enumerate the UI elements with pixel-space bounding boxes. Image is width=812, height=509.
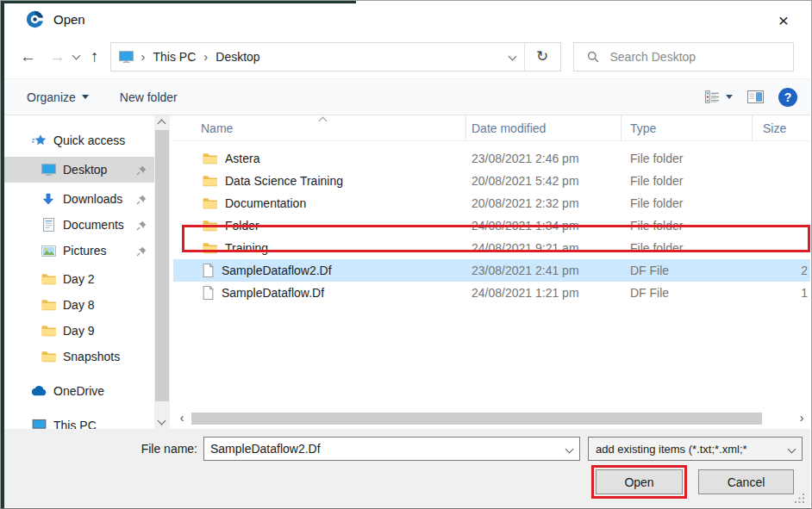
table-row-folder[interactable]: Folder 24/08/2021 1:34 pm File folder [173, 214, 810, 237]
computer-icon [31, 419, 47, 429]
table-row-astera[interactable]: Astera 23/08/2021 2:46 pm File folder [173, 147, 810, 170]
help-icon[interactable]: ? [778, 88, 797, 107]
scroll-left-icon[interactable]: ‹ [175, 412, 189, 425]
close-button[interactable]: × [767, 7, 800, 34]
views-button[interactable] [705, 90, 733, 103]
file-list: Name Date modified Type Size Astera 23/0… [173, 115, 810, 429]
breadcrumb-desktop[interactable]: Desktop [215, 50, 259, 64]
search-box[interactable]: Search Desktop [573, 42, 794, 71]
open-dialog: Open × ← → ↑ › This PC › Desktop ↻ [0, 0, 812, 509]
sidebar-item-label: Day 8 [63, 298, 95, 312]
sidebar-item-downloads[interactable]: Downloads [4, 186, 154, 212]
horizontal-scrollbar[interactable]: ‹ › [173, 412, 810, 425]
sidebar-item-label: Day 2 [63, 272, 95, 286]
pin-icon [136, 245, 147, 259]
file-date: 23/08/2021 2:41 pm [466, 264, 621, 277]
table-row-documentation[interactable]: Documentation 20/08/2021 2:32 pm File fo… [173, 192, 810, 214]
scroll-up-icon[interactable] [158, 120, 166, 128]
address-bar[interactable]: › This PC › Desktop ↻ [110, 42, 561, 71]
sidebar-item-label: Pictures [63, 244, 107, 258]
refresh-button[interactable]: ↻ [524, 43, 560, 71]
file-date: 24/08/2021 1:21 pm [466, 286, 621, 300]
file-date: 20/08/2021 5:42 pm [466, 174, 621, 188]
window-title: Open [53, 12, 85, 27]
folder-icon [203, 175, 217, 187]
file-date: 20/08/2021 2:32 pm [466, 196, 621, 210]
resize-grip[interactable] [794, 493, 805, 504]
sidebar-scrollbar[interactable] [154, 115, 170, 429]
forward-button[interactable]: → [49, 48, 66, 65]
open-button[interactable]: Open [596, 469, 683, 494]
file-name: Data Science Training [225, 174, 343, 188]
table-row-sampledataflow2-selected[interactable]: SampleDataflow2.Df 23/08/2021 2:41 pm DF… [173, 259, 810, 282]
file-type-dropdown[interactable]: add existing items (*.txt;*.xml;* [588, 437, 803, 461]
chevron-down-icon [726, 95, 733, 99]
organize-button[interactable]: Organize [27, 90, 89, 104]
list-view-icon [705, 90, 720, 103]
breadcrumb-separator: › [141, 49, 146, 64]
new-folder-button[interactable]: New folder [120, 90, 178, 104]
sidebar-item-pictures[interactable]: Pictures [4, 238, 154, 264]
list-rows: Astera 23/08/2021 2:46 pm File folder Da… [173, 147, 810, 304]
file-type: File folder [621, 152, 753, 165]
file-name-label: File name: [4, 437, 197, 461]
sidebar-item-day-8[interactable]: Day 8 [4, 292, 154, 318]
folder-icon [203, 220, 217, 232]
scroll-right-icon[interactable]: › [795, 412, 809, 425]
up-button[interactable]: ↑ [91, 48, 99, 65]
file-name: Training [225, 241, 268, 255]
sidebar-item-label: Desktop [63, 163, 107, 177]
column-header-type[interactable]: Type [621, 115, 753, 141]
file-name: SampleDataflow2.Df [222, 264, 332, 277]
folder-icon [41, 325, 56, 337]
sidebar-item-onedrive[interactable]: OneDrive [4, 378, 154, 404]
pin-icon [136, 164, 147, 178]
column-header-size[interactable]: Size [753, 115, 810, 141]
scroll-down-icon[interactable] [158, 417, 166, 425]
file-name-combo [203, 437, 580, 461]
file-date: 23/08/2021 2:46 pm [466, 152, 621, 165]
file-name: Folder [225, 219, 259, 233]
file-type-value: add existing items (*.txt;*.xml;* [589, 443, 781, 456]
file-size: 1 [753, 286, 810, 300]
command-toolbar: Organize New folder [4, 78, 810, 115]
navigation-bar: ← → ↑ › This PC › Desktop ↻ [4, 35, 810, 78]
sidebar-item-snapshots[interactable]: Snapshots [4, 344, 154, 369]
column-header-date-modified[interactable]: Date modified [466, 115, 621, 141]
sidebar-item-quick-access[interactable]: Quick access [4, 127, 154, 153]
back-button[interactable]: ← [20, 48, 36, 65]
folder-icon [41, 351, 56, 363]
sidebar-item-label: OneDrive [53, 384, 104, 398]
file-date: 24/08/2021 1:34 pm [466, 219, 621, 233]
folder-icon [41, 299, 56, 311]
picture-icon [41, 245, 56, 257]
address-dropdown-button[interactable] [502, 53, 524, 59]
quick-access-star-icon [31, 133, 47, 147]
sidebar-scrollbar-thumb[interactable] [155, 130, 169, 401]
organize-label: Organize [27, 90, 76, 104]
sidebar-item-day-2[interactable]: Day 2 [4, 266, 154, 292]
file-name-input[interactable] [204, 438, 559, 459]
file-icon [203, 264, 214, 277]
app-logo-icon [26, 10, 44, 28]
horizontal-scrollbar-thumb[interactable] [191, 413, 762, 425]
cancel-button[interactable]: Cancel [698, 469, 794, 494]
table-row-data-science-training[interactable]: Data Science Training 20/08/2021 5:42 pm… [173, 170, 810, 192]
preview-pane-icon[interactable] [747, 90, 764, 103]
download-arrow-icon [41, 193, 56, 206]
sidebar-item-this-pc[interactable]: This PC [4, 413, 154, 429]
file-type: File folder [621, 219, 753, 233]
navigation-pane: Quick access Desktop [4, 115, 154, 429]
search-icon [587, 51, 599, 63]
onedrive-cloud-icon [31, 386, 47, 396]
sidebar-item-desktop[interactable]: Desktop [4, 157, 154, 183]
file-type: File folder [621, 196, 753, 210]
recent-locations-chevron-icon[interactable] [72, 51, 81, 59]
chevron-down-icon[interactable] [559, 446, 579, 452]
breadcrumb-this-pc[interactable]: This PC [153, 50, 197, 64]
sidebar-item-day-9[interactable]: Day 9 [4, 318, 154, 344]
breadcrumb: › This PC › Desktop [111, 49, 502, 64]
table-row-sampledataflow[interactable]: SampleDataflow.Df 24/08/2021 1:21 pm DF … [173, 282, 810, 304]
table-row-training[interactable]: Training 24/08/2021 9:21 am File folder [173, 237, 810, 259]
sidebar-item-documents[interactable]: Documents [4, 212, 154, 238]
